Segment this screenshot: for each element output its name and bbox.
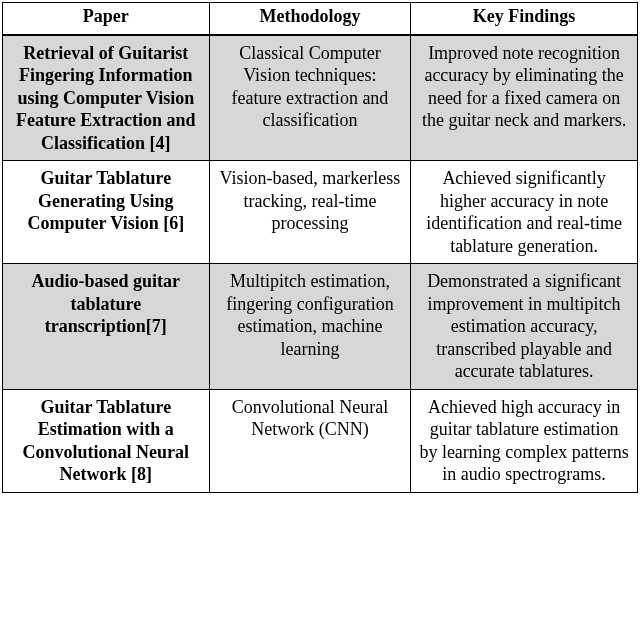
comparison-table: Paper Methodology Key Findings Retrieval… [2, 2, 638, 493]
table-row: Guitar Tablature Generating Using Comput… [3, 161, 638, 264]
cell-paper: Guitar Tablature Estimation with a Convo… [3, 389, 210, 492]
cell-findings: Demonstrated a significant improvement i… [411, 264, 638, 390]
cell-findings: Achieved significantly higher accuracy i… [411, 161, 638, 264]
cell-methodology: Convolutional Neural Network (CNN) [209, 389, 411, 492]
header-findings: Key Findings [411, 3, 638, 35]
table-header-row: Paper Methodology Key Findings [3, 3, 638, 35]
cell-methodology: Multipitch estimation, fingering configu… [209, 264, 411, 390]
table-row: Guitar Tablature Estimation with a Convo… [3, 389, 638, 492]
cell-findings: Achieved high accuracy in guitar tablatu… [411, 389, 638, 492]
cell-findings: Improved note recognition accuracy by el… [411, 35, 638, 161]
table-row: Audio-based guitar tablature transcripti… [3, 264, 638, 390]
header-methodology: Methodology [209, 3, 411, 35]
cell-paper: Audio-based guitar tablature transcripti… [3, 264, 210, 390]
cell-methodology: Classical Computer Vision techniques: fe… [209, 35, 411, 161]
cell-paper: Guitar Tablature Generating Using Comput… [3, 161, 210, 264]
table-row: Retrieval of Guitarist Fingering Informa… [3, 35, 638, 161]
cell-methodology: Vision-based, markerless tracking, real-… [209, 161, 411, 264]
header-paper: Paper [3, 3, 210, 35]
cell-paper: Retrieval of Guitarist Fingering Informa… [3, 35, 210, 161]
